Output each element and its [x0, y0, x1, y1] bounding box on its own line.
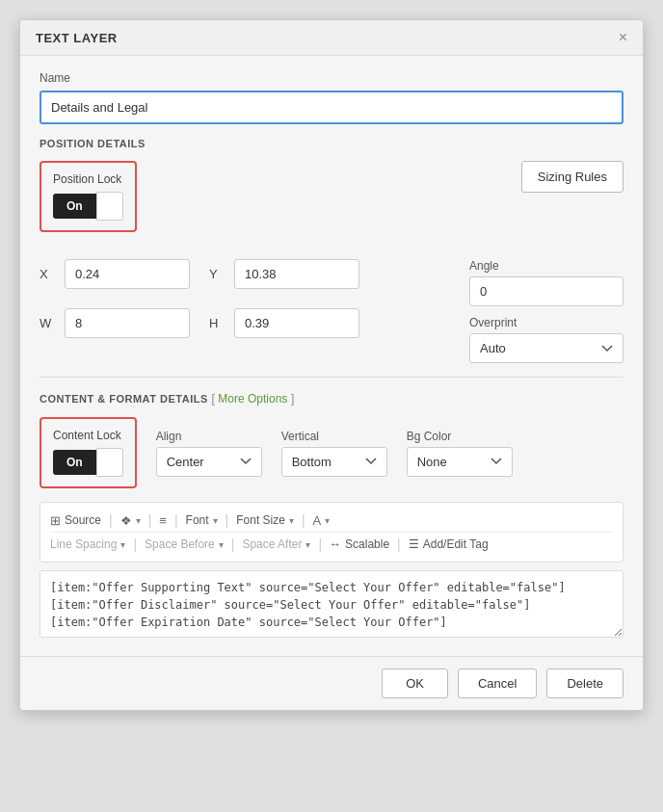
sizing-rules-button[interactable]: Sizing Rules [521, 161, 623, 193]
tag-icon: ❖ [120, 513, 132, 528]
vertical-label: Vertical [281, 430, 387, 443]
source-icon: ⊞ [50, 513, 61, 528]
vertical-select[interactable]: Bottom Top Middle [281, 447, 387, 477]
vertical-section: Vertical Bottom Top Middle [281, 430, 387, 477]
overprint-label: Overprint [469, 316, 623, 329]
bgcolor-select[interactable]: None White Black [407, 447, 513, 477]
align-label: Align [156, 430, 262, 443]
toolbar-sep-5: | [302, 512, 305, 528]
scalable-icon: ↔ [330, 537, 341, 551]
wh-row: W H [40, 308, 450, 338]
position-section-label: POSITION DETAILS [40, 138, 623, 149]
toolbar-sep-3: | [174, 512, 178, 528]
spaceafter-label: Space After [242, 537, 302, 551]
content-section-label: CONTENT & FORMAT DETAILS [40, 393, 208, 405]
linespacing-label: Line Spacing [50, 537, 117, 551]
w-input[interactable] [65, 308, 190, 338]
angle-input[interactable] [469, 276, 623, 306]
toolbar-sep-9: | [397, 537, 401, 552]
addtag-toolbar-item[interactable]: ☰ Add/Edit Tag [409, 537, 489, 551]
fontsize-toolbar-item[interactable]: Font Size [236, 513, 294, 527]
toolbar-box: ⊞ Source | ❖ | ≡ | Font | Font Size [40, 502, 623, 563]
content-toggle-on-label[interactable]: On [53, 450, 96, 475]
bracket-open: [ [211, 392, 214, 406]
fontsize-label: Font Size [236, 513, 285, 527]
toolbar-row-2: Line Spacing | Space Before | Space Afte… [50, 532, 613, 556]
dialog-body: Name POSITION DETAILS Position Lock On S… [20, 56, 643, 656]
toolbar-sep-7: | [231, 537, 235, 552]
bgcolor-section: Bg Color None White Black [407, 430, 513, 477]
color-icon: A [313, 513, 322, 528]
align-section: Align Center Left Right [156, 430, 262, 477]
linespacing-toolbar-item[interactable]: Line Spacing [50, 537, 125, 551]
content-section-header: CONTENT & FORMAT DETAILS [ More Options … [40, 391, 623, 406]
delete-button[interactable]: Delete [546, 668, 623, 698]
content-lock-label: Content Lock [53, 429, 123, 442]
toggle-on-label[interactable]: On [53, 194, 96, 219]
toolbar-sep-1: | [109, 512, 113, 528]
h-label: H [209, 316, 225, 330]
toggle-off-side[interactable] [96, 192, 123, 221]
cancel-button[interactable]: Cancel [458, 668, 537, 698]
bgcolor-label: Bg Color [407, 430, 513, 443]
angle-label: Angle [469, 259, 623, 273]
bracket-close: ] [291, 392, 294, 406]
dialog-footer: OK Cancel Delete [20, 656, 643, 710]
tag-toolbar-item[interactable]: ❖ [120, 513, 141, 528]
content-lock-toggle[interactable]: On [53, 448, 123, 477]
list-icon: ≡ [159, 513, 167, 528]
content-lock-box: Content Lock On [40, 417, 137, 488]
y-input[interactable] [234, 259, 359, 289]
color-toolbar-item[interactable]: A [313, 513, 331, 528]
font-toolbar-item[interactable]: Font [186, 513, 218, 527]
name-input[interactable] [40, 91, 623, 124]
h-input[interactable] [234, 308, 359, 338]
source-toolbar-item[interactable]: ⊞ Source [50, 513, 101, 528]
section-divider [40, 377, 623, 378]
toolbar-sep-2: | [148, 512, 152, 528]
dialog-title: TEXT LAYER [36, 31, 118, 45]
content-toggle-off-side[interactable] [96, 448, 123, 477]
name-label: Name [40, 71, 623, 85]
toolbar-sep-8: | [318, 537, 322, 552]
spacebefore-toolbar-item[interactable]: Space Before [145, 537, 224, 551]
toolbar-row-1: ⊞ Source | ❖ | ≡ | Font | Font Size [50, 509, 613, 532]
content-format-row: Content Lock On Align Center Left Right … [40, 417, 623, 488]
w-label: W [40, 316, 55, 330]
scalable-toolbar-item[interactable]: ↔ Scalable [330, 537, 389, 551]
scalable-label: Scalable [345, 537, 389, 551]
toolbar-sep-6: | [133, 537, 137, 552]
angle-overprint-section: Angle Overprint Auto On Off [469, 259, 623, 363]
text-layer-dialog: TEXT LAYER × Name POSITION DETAILS Posit… [19, 19, 644, 711]
content-textarea[interactable]: [item:"Offer Supporting Text" source="Se… [40, 570, 623, 638]
dialog-header: TEXT LAYER × [20, 20, 643, 56]
list-toolbar-item[interactable]: ≡ [159, 513, 167, 528]
x-input[interactable] [65, 259, 190, 289]
close-button[interactable]: × [619, 30, 627, 45]
overprint-select[interactable]: Auto On Off [469, 333, 623, 363]
align-select[interactable]: Center Left Right [156, 447, 262, 477]
ok-button[interactable]: OK [382, 668, 448, 698]
addtag-icon: ☰ [409, 537, 419, 551]
spaceafter-toolbar-item[interactable]: Space After [242, 537, 310, 551]
xy-row: X Y [40, 259, 450, 289]
spacebefore-label: Space Before [145, 537, 215, 551]
y-label: Y [209, 267, 225, 281]
position-lock-box: Position Lock On [40, 161, 137, 232]
addtag-label: Add/Edit Tag [423, 537, 489, 551]
more-options-link[interactable]: More Options [218, 392, 287, 406]
position-lock-label: Position Lock [53, 172, 123, 186]
toolbar-sep-4: | [225, 512, 229, 528]
font-label: Font [186, 513, 209, 527]
position-lock-toggle[interactable]: On [53, 192, 123, 221]
source-label: Source [65, 513, 101, 527]
x-label: X [40, 267, 55, 281]
